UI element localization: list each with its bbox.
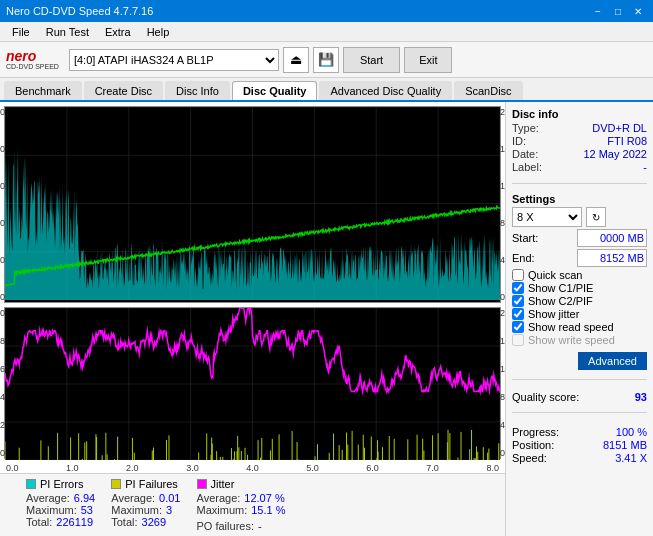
show-read-speed-label: Show read speed — [528, 321, 614, 333]
disc-label-row: Label: - — [512, 161, 647, 173]
tab-create-disc[interactable]: Create Disc — [84, 81, 163, 100]
quick-scan-checkbox[interactable] — [512, 269, 524, 281]
disc-info-title: Disc info — [512, 108, 647, 120]
jitter-max-value: 15.1 % — [251, 504, 285, 516]
jitter-group: Jitter Average: 12.07 % Maximum: 15.1 % … — [197, 478, 286, 532]
pi-errors-max-value: 53 — [81, 504, 93, 516]
refresh-button[interactable]: ↻ — [586, 207, 606, 227]
title-bar: Nero CD-DVD Speed 4.7.7.16 − □ ✕ — [0, 0, 653, 22]
pi-failures-color — [111, 479, 121, 489]
pi-errors-group: PI Errors Average: 6.94 Maximum: 53 Tota… — [26, 478, 95, 528]
divider-2 — [512, 379, 647, 380]
nero-logo: nero CD-DVD SPEED — [6, 49, 59, 70]
nero-brand: nero — [6, 49, 59, 63]
start-button[interactable]: Start — [343, 47, 400, 73]
advanced-button[interactable]: Advanced — [578, 352, 647, 370]
end-mb-label: End: — [512, 252, 535, 264]
pi-failures-avg-label: Average: — [111, 492, 155, 504]
window-title: Nero CD-DVD Speed 4.7.7.16 — [6, 5, 153, 17]
end-mb-row: End: — [512, 249, 647, 267]
jitter-color — [197, 479, 207, 489]
end-mb-input[interactable] — [577, 249, 647, 267]
position-value: 8151 MB — [603, 439, 647, 451]
quick-scan-row: Quick scan — [512, 269, 647, 281]
position-row: Position: 8151 MB — [512, 439, 647, 451]
disc-type-label: Type: — [512, 122, 539, 134]
pi-errors-total-value: 226119 — [56, 516, 93, 528]
progress-value: 100 % — [616, 426, 647, 438]
tab-advanced-disc-quality[interactable]: Advanced Disc Quality — [319, 81, 452, 100]
drive-select[interactable]: [4:0] ATAPI iHAS324 A BL1P — [69, 49, 279, 71]
pi-errors-header: PI Errors — [26, 478, 95, 490]
show-write-speed-checkbox[interactable] — [512, 334, 524, 346]
pi-errors-total-label: Total: — [26, 516, 52, 528]
po-failures-label: PO failures: — [197, 520, 254, 532]
window-controls: − □ ✕ — [589, 3, 647, 19]
show-jitter-checkbox[interactable] — [512, 308, 524, 320]
nero-subtitle: CD-DVD SPEED — [6, 63, 59, 70]
pi-errors-avg-row: Average: 6.94 — [26, 492, 95, 504]
start-mb-input[interactable] — [577, 229, 647, 247]
save-button[interactable]: 💾 — [313, 47, 339, 73]
tab-disc-info[interactable]: Disc Info — [165, 81, 230, 100]
quality-score-row: Quality score: 93 — [512, 391, 647, 403]
main-content: 100806040200 201612840 1086420 201612840 — [0, 102, 653, 536]
menu-extra[interactable]: Extra — [97, 24, 139, 40]
jitter-header: Jitter — [197, 478, 286, 490]
advanced-button-container: Advanced — [512, 350, 647, 370]
show-read-speed-row: Show read speed — [512, 321, 647, 333]
settings-title: Settings — [512, 193, 647, 205]
quick-scan-label: Quick scan — [528, 269, 582, 281]
pi-failures-max-label: Maximum: — [111, 504, 162, 516]
show-jitter-label: Show jitter — [528, 308, 579, 320]
pi-errors-avg-label: Average: — [26, 492, 70, 504]
speed-select[interactable]: 8 X Max 1 X 2 X 4 X 16 X — [512, 207, 582, 227]
pi-errors-max-label: Maximum: — [26, 504, 77, 516]
show-c2-row: Show C2/PIF — [512, 295, 647, 307]
jitter-max-label: Maximum: — [197, 504, 248, 516]
speed-value: 3.41 X — [615, 452, 647, 464]
jitter-avg-row: Average: 12.07 % — [197, 492, 286, 504]
speed-row-progress: Speed: 3.41 X — [512, 452, 647, 464]
bottom-chart: 1086420 201612840 — [4, 307, 501, 459]
exit-button[interactable]: Exit — [404, 47, 452, 73]
start-mb-label: Start: — [512, 232, 538, 244]
minimize-button[interactable]: − — [589, 3, 607, 19]
eject-button[interactable]: ⏏ — [283, 47, 309, 73]
disc-id-row: ID: FTI R08 — [512, 135, 647, 147]
disc-id-value: FTI R08 — [607, 135, 647, 147]
pi-failures-avg-value: 0.01 — [159, 492, 180, 504]
maximize-button[interactable]: □ — [609, 3, 627, 19]
speed-label: Speed: — [512, 452, 547, 464]
disc-type-row: Type: DVD+R DL — [512, 122, 647, 134]
divider-3 — [512, 412, 647, 413]
tab-bar: Benchmark Create Disc Disc Info Disc Qua… — [0, 78, 653, 102]
disc-label-value: - — [643, 161, 647, 173]
disc-info-section: Disc info Type: DVD+R DL ID: FTI R08 Dat… — [512, 108, 647, 174]
show-c2-checkbox[interactable] — [512, 295, 524, 307]
menu-help[interactable]: Help — [139, 24, 178, 40]
settings-section: Settings 8 X Max 1 X 2 X 4 X 16 X ↻ Star… — [512, 193, 647, 370]
tab-scan-disc[interactable]: ScanDisc — [454, 81, 522, 100]
show-c1-checkbox[interactable] — [512, 282, 524, 294]
tab-disc-quality[interactable]: Disc Quality — [232, 81, 318, 100]
disc-date-row: Date: 12 May 2022 — [512, 148, 647, 160]
pi-failures-header: PI Failures — [111, 478, 180, 490]
divider-1 — [512, 183, 647, 184]
tab-benchmark[interactable]: Benchmark — [4, 81, 82, 100]
pi-errors-total-row: Total: 226119 — [26, 516, 95, 528]
show-read-speed-checkbox[interactable] — [512, 321, 524, 333]
pi-errors-avg-value: 6.94 — [74, 492, 95, 504]
menu-run-test[interactable]: Run Test — [38, 24, 97, 40]
disc-type-value: DVD+R DL — [592, 122, 647, 134]
show-write-speed-label: Show write speed — [528, 334, 615, 346]
menu-file[interactable]: File — [4, 24, 38, 40]
pi-failures-max-row: Maximum: 3 — [111, 504, 180, 516]
jitter-avg-label: Average: — [197, 492, 241, 504]
pi-errors-color — [26, 479, 36, 489]
pi-failures-group: PI Failures Average: 0.01 Maximum: 3 Tot… — [111, 478, 180, 528]
left-panel: 100806040200 201612840 1086420 201612840 — [0, 102, 505, 536]
close-button[interactable]: ✕ — [629, 3, 647, 19]
quality-score-label: Quality score: — [512, 391, 579, 403]
disc-label-label: Label: — [512, 161, 542, 173]
